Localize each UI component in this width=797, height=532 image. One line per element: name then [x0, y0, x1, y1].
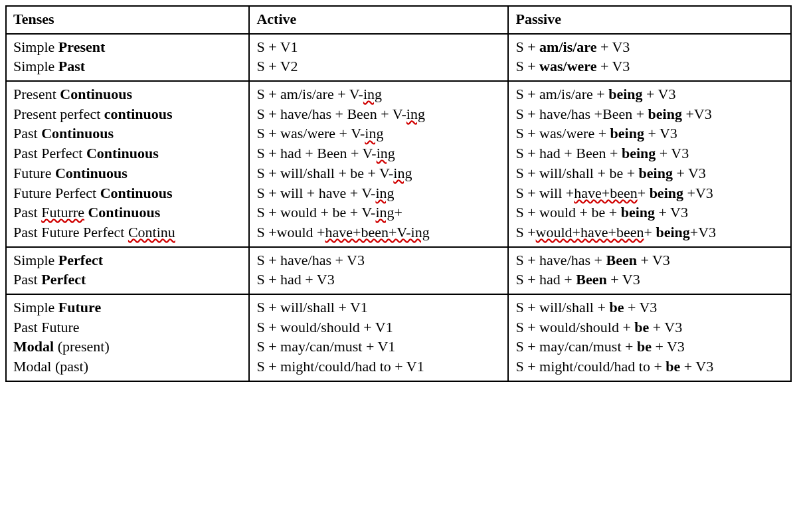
table-row: Present Continuous Present perfect conti… [6, 81, 791, 247]
header-tenses: Tenses [6, 6, 249, 34]
table-row: Simple Present Simple Past S + V1 S + V2… [6, 34, 791, 81]
cell-passive: S + am/is/are + V3 S + was/were + V3 [508, 34, 791, 81]
cell-tenses: Simple Perfect Past Perfect [6, 247, 249, 294]
cell-tenses: Simple Future Past Future Modal (present… [6, 294, 249, 381]
table-header-row: Tenses Active Passive [6, 6, 791, 34]
cell-tenses: Simple Present Simple Past [6, 34, 249, 81]
cell-tenses: Present Continuous Present perfect conti… [6, 81, 249, 247]
cell-passive: S + am/is/are + being + V3 S + have/has … [508, 81, 791, 247]
table-row: Simple Perfect Past Perfect S + have/has… [6, 247, 791, 294]
cell-active: S + V1 S + V2 [249, 34, 508, 81]
tenses-table: Tenses Active Passive Simple Present Sim… [5, 5, 792, 382]
cell-active: S + will/shall + V1 S + would/should + V… [249, 294, 508, 381]
header-active: Active [249, 6, 508, 34]
cell-passive: S + will/shall + be + V3 S + would/shoul… [508, 294, 791, 381]
header-passive: Passive [508, 6, 791, 34]
cell-passive: S + have/has + Been + V3 S + had + Been … [508, 247, 791, 294]
cell-active: S + have/has + V3 S + had + V3 [249, 247, 508, 294]
table-row: Simple Future Past Future Modal (present… [6, 294, 791, 381]
cell-active: S + am/is/are + V-ing S + have/has + Bee… [249, 81, 508, 247]
